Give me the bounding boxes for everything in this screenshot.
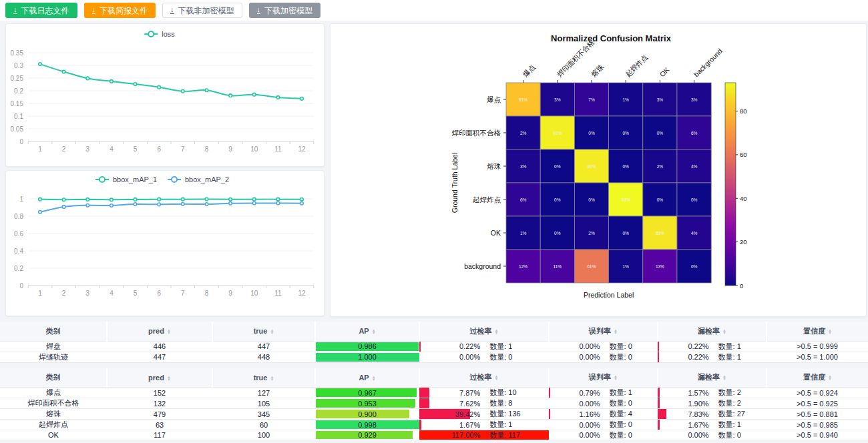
column-header-label: pred — [148, 327, 164, 335]
sort-caret-icon[interactable]: ▲▼ — [495, 329, 499, 334]
legend-item-loss[interactable]: loss — [144, 30, 175, 38]
svg-text:0: 0 — [19, 138, 23, 145]
overdetect-rate-count: 数量: 117 — [480, 430, 549, 440]
column-header-label: 漏检率 — [698, 327, 720, 335]
column-header-漏检率[interactable]: 漏检率▲▼ — [658, 322, 767, 341]
download-plain-model-button[interactable]: ↓ 下载非加密模型 — [162, 3, 242, 18]
column-header-true[interactable]: true▲▼ — [212, 368, 315, 388]
confidence-cell: >0.5 = 0.999 — [767, 341, 868, 352]
svg-text:爆点: 爆点 — [521, 63, 537, 79]
confidence-cell: >0.5 = 0.940 — [767, 430, 868, 440]
sort-caret-icon[interactable]: ▲▼ — [614, 375, 618, 380]
svg-text:89%: 89% — [656, 231, 664, 236]
column-header-pred[interactable]: pred▲▼ — [107, 322, 212, 341]
overdetect-rate-cell: 1.67%数量: 1 — [419, 420, 549, 430]
table-gap — [0, 363, 868, 368]
svg-text:bbox_mAP_2: bbox_mAP_2 — [185, 175, 229, 183]
overdetect-rate-count: 数量: 1 — [480, 342, 549, 352]
column-header-误判率[interactable]: 误判率▲▼ — [549, 322, 658, 341]
svg-text:6%: 6% — [691, 131, 698, 135]
svg-text:OK: OK — [491, 229, 501, 237]
svg-text:0%: 0% — [691, 264, 698, 269]
overdetect-rate-cell: 117.00%数量: 117 — [419, 430, 549, 440]
sort-caret-icon[interactable]: ▲▼ — [722, 329, 726, 334]
svg-text:0%: 0% — [622, 231, 629, 236]
misjudge-rate-cell: 0.79%数量: 1 — [549, 388, 658, 398]
column-header-置信度[interactable]: 置信度▲▼ — [767, 322, 868, 341]
column-header-AP[interactable]: AP▲▼ — [315, 322, 419, 341]
svg-text:background: background — [464, 262, 501, 270]
download-encrypted-model-button[interactable]: ↓ 下载加密模型 — [249, 3, 321, 18]
sort-caret-icon[interactable]: ▲▼ — [270, 376, 274, 381]
download-log-button[interactable]: ↓ 下载日志文件 — [5, 3, 77, 18]
column-header-过检率[interactable]: 过检率▲▼ — [419, 322, 549, 341]
sort-caret-icon[interactable]: ▲▼ — [722, 375, 726, 380]
pred-cell: 132 — [107, 398, 212, 409]
bbox-map-line-chart: 00.20.40.60.81123456789101112bbox_mAP_1b… — [6, 171, 324, 316]
sort-caret-icon[interactable]: ▲▼ — [167, 376, 171, 381]
svg-text:起焊炸点: 起焊炸点 — [473, 195, 501, 203]
table-row: 焊缝轨迹4474481.0000.00%数量: 00.00%数量: 00.22%… — [0, 352, 868, 362]
sort-caret-icon[interactable]: ▲▼ — [372, 329, 376, 334]
svg-text:11: 11 — [274, 290, 282, 297]
sort-caret-icon[interactable]: ▲▼ — [372, 376, 376, 381]
misjudge-rate-percent: 0.00% — [549, 400, 600, 408]
miss-rate-percent: 0.22% — [658, 342, 709, 350]
sort-caret-icon[interactable]: ▲▼ — [270, 329, 274, 334]
sort-caret-icon[interactable]: ▲▼ — [828, 329, 832, 334]
svg-text:7: 7 — [181, 290, 185, 297]
column-header-AP[interactable]: AP▲▼ — [315, 368, 419, 388]
column-header-置信度[interactable]: 置信度▲▼ — [767, 368, 868, 388]
column-header-label: 类别 — [46, 373, 61, 381]
svg-text:3%: 3% — [657, 97, 664, 102]
overdetect-rate-cell: 0.22%数量: 1 — [419, 341, 549, 352]
miss-rate-count: 数量: 1 — [709, 342, 767, 352]
svg-text:0%: 0% — [657, 197, 664, 202]
column-header-误判率[interactable]: 误判率▲▼ — [549, 368, 658, 388]
misjudge-rate-percent: 0.79% — [549, 389, 600, 397]
miss-rate-percent: 1.90% — [658, 400, 709, 408]
sort-caret-icon[interactable]: ▲▼ — [495, 375, 499, 380]
download-icon: ↓ — [13, 7, 17, 14]
column-header-label: true — [254, 374, 268, 382]
svg-text:bbox_mAP_1: bbox_mAP_1 — [113, 175, 157, 183]
miss-rate-percent: 0.00% — [658, 431, 709, 439]
pred-cell: 152 — [107, 388, 212, 398]
overall-metrics-table: 类别pred▲▼true▲▼AP▲▼过检率▲▼误判率▲▼漏检率▲▼置信度▲▼焊盘… — [0, 322, 868, 363]
sort-caret-icon[interactable]: ▲▼ — [167, 329, 171, 334]
svg-text:1: 1 — [38, 290, 42, 297]
overdetect-rate-percent: 1.67% — [419, 421, 480, 429]
map-chart-card: 00.20.40.60.81123456789101112bbox_mAP_1b… — [5, 170, 324, 316]
column-header-pred[interactable]: pred▲▼ — [107, 368, 212, 388]
column-header-label: 误判率 — [589, 327, 611, 335]
legend-item-bbox_mAP_1[interactable]: bbox_mAP_1 — [95, 175, 157, 183]
confidence-cell: >0.5 = 0.924 — [767, 388, 868, 398]
svg-text:93%: 93% — [622, 197, 630, 202]
true-cell: 127 — [212, 388, 315, 398]
download-icon: ↓ — [257, 7, 261, 14]
pred-cell: 447 — [107, 352, 212, 362]
sort-caret-icon[interactable]: ▲▼ — [614, 329, 618, 334]
download-report-button[interactable]: ↓ 下载简报文件 — [84, 3, 156, 18]
misjudge-rate-count: 数量: 1 — [600, 388, 658, 398]
category-cell: 起焊炸点 — [0, 420, 107, 430]
sort-caret-icon[interactable]: ▲▼ — [828, 375, 832, 380]
column-header-label: true — [254, 327, 268, 335]
svg-text:4: 4 — [110, 290, 114, 297]
column-header-漏检率[interactable]: 漏检率▲▼ — [658, 368, 767, 388]
miss-rate-count: 数量: 27 — [709, 409, 767, 419]
column-header-true[interactable]: true▲▼ — [212, 322, 315, 341]
overdetect-rate-cell: 7.62%数量: 8 — [419, 398, 549, 409]
misjudge-rate-percent: 0.00% — [549, 342, 600, 350]
svg-text:10: 10 — [250, 145, 258, 153]
misjudge-rate-percent: 0.00% — [549, 431, 600, 439]
misjudge-rate-percent: 0.00% — [549, 421, 600, 429]
column-header-过检率[interactable]: 过检率▲▼ — [419, 368, 549, 388]
misjudge-rate-count: 数量: 0 — [600, 398, 658, 408]
legend-item-bbox_mAP_2[interactable]: bbox_mAP_2 — [168, 175, 229, 183]
table-row: 爆点1521270.9677.87%数量: 100.79%数量: 11.57%数… — [0, 388, 868, 398]
class-metrics-table: 类别pred▲▼true▲▼AP▲▼过检率▲▼误判率▲▼漏检率▲▼置信度▲▼爆点… — [0, 368, 868, 441]
overdetect-rate-count: 数量: 1 — [480, 420, 549, 430]
toolbar: ↓ 下载日志文件 ↓ 下载简报文件 ↓ 下载非加密模型 ↓ 下载加密模型 — [0, 0, 868, 21]
svg-text:8: 8 — [205, 145, 209, 153]
